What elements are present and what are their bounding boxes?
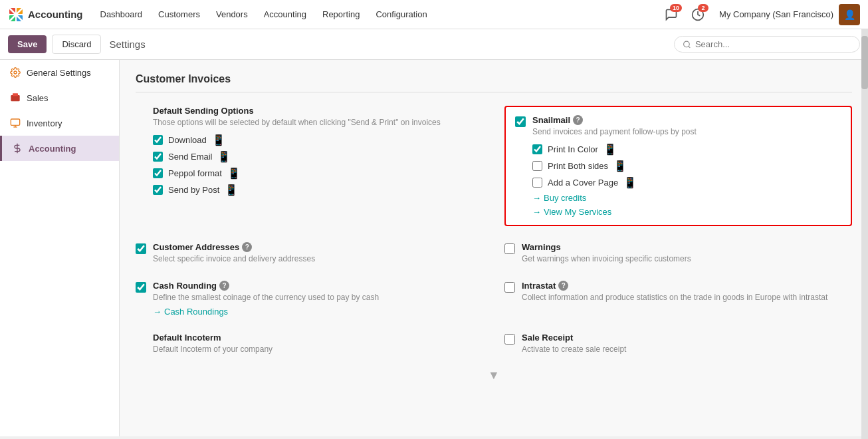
main-layout: General Settings Sales: [0, 60, 868, 436]
content-area: Customer Invoices Default Sending Option…: [120, 60, 868, 436]
checkbox-warnings[interactable]: [504, 243, 515, 254]
nav-configuration[interactable]: Configuration: [369, 0, 433, 29]
snailmail-cover-page: Add a Cover Page 📱: [532, 176, 841, 189]
sidebar-item-sales[interactable]: Sales: [0, 85, 119, 110]
buy-credits-link[interactable]: → Buy credits: [532, 193, 586, 203]
cash-roundings-link[interactable]: → Cash Roundings: [153, 307, 228, 317]
checkbox-print-color[interactable]: [532, 144, 542, 154]
setting-warnings: Warnings Get warnings when invoicing spe…: [504, 242, 852, 265]
inventory-icon: [9, 117, 21, 129]
search-bar: [674, 36, 860, 53]
messages-button[interactable]: 10: [661, 4, 682, 25]
nav-dashboard[interactable]: Dashboard: [94, 0, 150, 29]
sidebar-item-general[interactable]: General Settings: [0, 60, 119, 85]
checkbox-cash-rounding[interactable]: [136, 282, 146, 293]
default-sending-label: Default Sending Options: [153, 106, 483, 116]
option-download: Download 📱: [153, 134, 483, 146]
scrollbar-track[interactable]: [861, 60, 868, 436]
setting-customer-addresses: Customer Addresses ? Select specific inv…: [136, 242, 483, 265]
settings-grid: Default Sending Options Those options wi…: [136, 106, 852, 355]
customer-addresses-help[interactable]: ?: [242, 242, 252, 252]
section-title: Customer Invoices: [136, 73, 852, 92]
default-incoterm-desc: Default Incoterm of your company: [153, 344, 483, 355]
svg-rect-10: [11, 95, 19, 101]
svg-point-9: [14, 71, 17, 74]
mobile-icon-print-color: 📱: [603, 143, 617, 156]
sidebar-label-sales: Sales: [27, 93, 49, 103]
intrastat-desc: Collect information and produce statisti…: [522, 292, 852, 303]
nav-reporting[interactable]: Reporting: [316, 0, 366, 29]
setting-cash-rounding: Cash Rounding ? Define the smallest coin…: [136, 281, 483, 317]
save-button[interactable]: Save: [8, 35, 47, 53]
sales-icon: [9, 92, 21, 104]
intrastat-label: Intrastat ?: [522, 281, 852, 291]
intrastat-help[interactable]: ?: [558, 281, 568, 291]
option-send-email: Send Email 📱: [153, 150, 483, 163]
user-avatar[interactable]: 👤: [839, 4, 860, 25]
view-services-link[interactable]: → View My Services: [532, 207, 611, 217]
nav-customers[interactable]: Customers: [152, 0, 207, 29]
checkbox-send-post[interactable]: [153, 185, 163, 195]
top-nav: Accounting Dashboard Customers Vendors A…: [0, 0, 868, 29]
checkbox-download[interactable]: [153, 135, 163, 145]
warnings-desc: Get warnings when invoicing specific cus…: [522, 253, 852, 265]
sidebar-label-inventory: Inventory: [27, 118, 62, 128]
svg-rect-12: [11, 119, 19, 125]
company-name[interactable]: My Company (San Francisco): [719, 9, 833, 19]
option-send-post: Send by Post 📱: [153, 184, 483, 196]
option-send-post-label: Send by Post: [168, 185, 219, 195]
snailmail-desc: Send invoices and payment follow-ups by …: [532, 126, 841, 138]
checkbox-send-email[interactable]: [153, 152, 163, 162]
option-send-email-label: Send Email: [168, 152, 212, 162]
mobile-icon-print-both: 📱: [613, 160, 627, 172]
cover-page-label: Add a Cover Page: [548, 178, 618, 188]
gear-icon: [9, 67, 21, 78]
cash-rounding-label: Cash Rounding ?: [153, 281, 483, 291]
alerts-button[interactable]: 2: [687, 4, 708, 25]
toolbar: Save Discard Settings: [0, 29, 868, 60]
cash-rounding-help[interactable]: ?: [219, 281, 229, 291]
checkbox-peppol[interactable]: [153, 168, 163, 178]
scrollbar-thumb[interactable]: [861, 60, 868, 89]
snailmail-label: Snailmail ?: [532, 115, 841, 125]
checkbox-sale-receipt[interactable]: [504, 334, 515, 345]
option-peppol: Peppol format 📱: [153, 167, 483, 180]
print-both-label: Print Both sides: [548, 161, 608, 171]
search-input[interactable]: [695, 39, 851, 49]
alerts-badge: 2: [698, 4, 708, 12]
checkbox-print-both[interactable]: [532, 161, 542, 171]
nav-accounting[interactable]: Accounting: [257, 0, 313, 29]
accounting-icon: [11, 142, 23, 154]
nav-vendors[interactable]: Vendors: [209, 0, 255, 29]
checkbox-snailmail[interactable]: [515, 116, 526, 127]
snailmail-print-both: Print Both sides 📱: [532, 160, 841, 172]
sale-receipt-desc: Activate to create sale receipt: [522, 344, 852, 355]
mobile-icon-peppol: 📱: [227, 167, 241, 180]
mobile-icon-cover: 📱: [623, 176, 637, 189]
snailmail-help-icon[interactable]: ?: [573, 115, 583, 125]
scroll-down-arrow: ▼: [136, 368, 852, 382]
setting-snailmail: Snailmail ? Send invoices and payment fo…: [515, 115, 841, 217]
checkbox-intrastat[interactable]: [504, 282, 515, 293]
discard-button[interactable]: Discard: [52, 35, 101, 54]
messages-badge: 10: [670, 4, 682, 12]
toolbar-title: Settings: [109, 39, 145, 50]
right-icons: 10 2 My Company (San Francisco) 👤: [661, 4, 860, 25]
brand-name: Accounting: [28, 9, 83, 20]
checkbox-cover-page[interactable]: [532, 178, 542, 188]
option-peppol-label: Peppol format: [168, 168, 222, 178]
snailmail-print-color: Print In Color 📱: [532, 143, 841, 156]
mobile-icon-email: 📱: [217, 150, 231, 163]
setting-sale-receipt: Sale Receipt Activate to create sale rec…: [504, 333, 852, 355]
sidebar-label-accounting: Accounting: [29, 144, 76, 154]
sidebar-label-general: General Settings: [27, 68, 91, 78]
checkbox-customer-addresses[interactable]: [136, 243, 146, 254]
setting-default-sending: Default Sending Options Those options wi…: [136, 106, 483, 226]
brand[interactable]: Accounting: [8, 7, 83, 23]
sidebar-item-accounting[interactable]: Accounting: [0, 136, 119, 161]
sending-options: Download 📱 Send Email 📱 Peppol format: [153, 134, 483, 196]
warnings-label: Warnings: [522, 242, 852, 252]
sidebar-item-inventory[interactable]: Inventory: [0, 110, 119, 136]
snailmail-box: Snailmail ? Send invoices and payment fo…: [504, 106, 852, 226]
mobile-icon-download: 📱: [212, 134, 225, 146]
